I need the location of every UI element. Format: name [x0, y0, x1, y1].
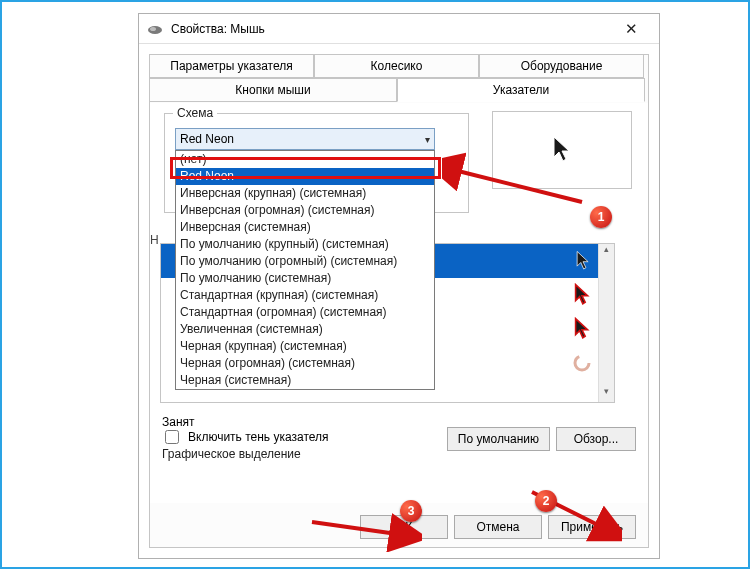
scheme-action-buttons: По умолчанию Обзор... — [447, 427, 636, 451]
scheme-option[interactable]: Инверсная (системная) — [176, 219, 434, 236]
pointer-shadow-row: Включить тень указателя — [161, 427, 329, 447]
dialog-footer: ОК Отмена Применить — [150, 515, 648, 539]
titlebar: Свойства: Мышь ✕ — [139, 14, 659, 44]
chevron-down-icon: ▾ — [425, 134, 430, 145]
apply-button[interactable]: Применить — [548, 515, 636, 539]
scheme-option[interactable]: Инверсная (огромная) (системная) — [176, 202, 434, 219]
browse-button[interactable]: Обзор... — [556, 427, 636, 451]
tab-pointers[interactable]: Указатели — [397, 78, 645, 102]
cancel-button[interactable]: Отмена — [454, 515, 542, 539]
tab-buttons[interactable]: Кнопки мыши — [149, 78, 397, 102]
mouse-icon — [147, 24, 163, 34]
scheme-option[interactable]: По умолчанию (крупный) (системная) — [176, 236, 434, 253]
scheme-option[interactable]: По умолчанию (огромный) (системная) — [176, 253, 434, 270]
annotation-badge-1: 1 — [590, 206, 612, 228]
pointer-shadow-checkbox[interactable] — [165, 430, 179, 444]
annotation-badge-2: 2 — [535, 490, 557, 512]
scheme-option[interactable]: Черная (крупная) (системная) — [176, 338, 434, 355]
scheme-option-selected[interactable]: Red Neon — [176, 168, 434, 185]
scheme-option[interactable]: Черная (огромная) (системная) — [176, 355, 434, 372]
cursor-list-scrollbar[interactable]: ▴ ▾ — [598, 244, 614, 402]
arrow-cursor-icon — [574, 250, 592, 272]
arrow-red-cursor-icon — [572, 317, 592, 341]
label-graphic-select: Графическое выделение — [162, 447, 301, 461]
tab-strip: Параметры указателя Колесико Оборудовани… — [149, 54, 647, 102]
scheme-combo-value: Red Neon — [180, 132, 425, 146]
screenshot-frame: Свойства: Мышь ✕ Параметры указателя Кол… — [0, 0, 750, 569]
scheme-option[interactable]: (нет) — [176, 151, 434, 168]
scheme-option[interactable]: По умолчанию (системная) — [176, 270, 434, 287]
dialog-client: Параметры указателя Колесико Оборудовани… — [149, 54, 649, 548]
busy-spinner-icon — [572, 353, 592, 373]
scheme-group: Схема Red Neon ▾ (нет) Red Neon Инверсна… — [164, 113, 469, 213]
mouse-properties-window: Свойства: Мышь ✕ Параметры указателя Кол… — [138, 13, 660, 559]
cursor-preview — [492, 111, 632, 189]
tab-hardware[interactable]: Оборудование — [479, 54, 644, 78]
tab-pointers-body: Схема Red Neon ▾ (нет) Red Neon Инверсна… — [150, 103, 648, 503]
defaults-button[interactable]: По умолчанию — [447, 427, 550, 451]
scheme-legend: Схема — [173, 106, 217, 120]
arrow-cursor-icon — [550, 135, 574, 165]
scheme-option[interactable]: Увеличенная (системная) — [176, 321, 434, 338]
svg-point-2 — [575, 356, 589, 370]
close-button[interactable]: ✕ — [611, 20, 651, 38]
annotation-badge-3: 3 — [400, 500, 422, 522]
scheme-option[interactable]: Стандартная (огромная) (системная) — [176, 304, 434, 321]
pointer-shadow-label: Включить тень указателя — [188, 430, 329, 444]
scroll-down-icon[interactable]: ▾ — [599, 386, 614, 402]
svg-point-1 — [150, 27, 156, 31]
window-title: Свойства: Мышь — [171, 22, 611, 36]
scroll-up-icon[interactable]: ▴ — [599, 244, 614, 260]
tab-pointer-options[interactable]: Параметры указателя — [149, 54, 314, 78]
scheme-option[interactable]: Стандартная (крупная) (системная) — [176, 287, 434, 304]
scheme-option[interactable]: Черная (системная) — [176, 372, 434, 389]
scheme-option[interactable]: Инверсная (крупная) (системная) — [176, 185, 434, 202]
scheme-combo[interactable]: Red Neon ▾ — [175, 128, 435, 150]
arrow-red-cursor-icon — [572, 283, 592, 307]
scheme-dropdown[interactable]: (нет) Red Neon Инверсная (крупная) (сист… — [175, 150, 435, 390]
tab-wheel[interactable]: Колесико — [314, 54, 479, 78]
hidden-label-n: Н — [150, 233, 159, 247]
